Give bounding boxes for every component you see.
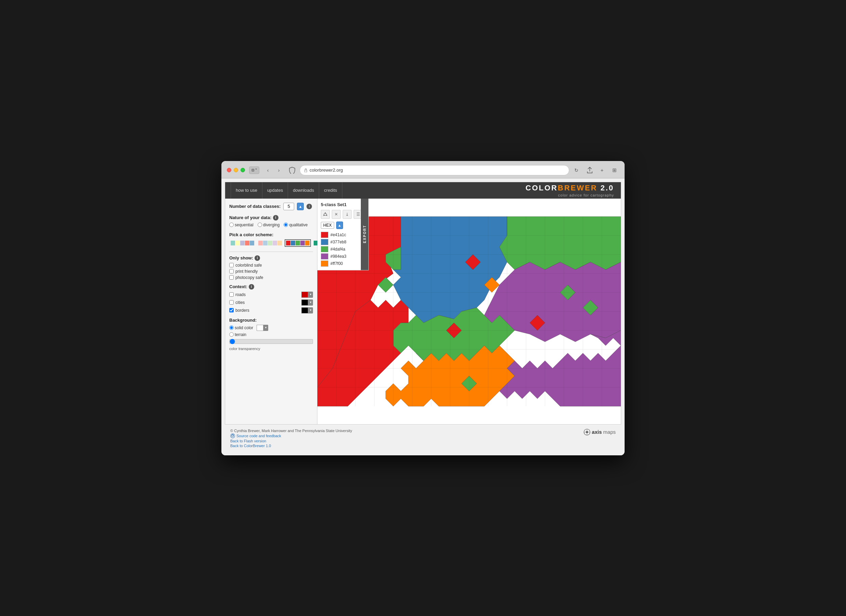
color-entry-5: #ff7f00 xyxy=(321,260,365,267)
header-logo: COLORBREWER 2.0 color advice for cartogr… xyxy=(526,184,621,197)
classes-stepper[interactable]: ▲ xyxy=(297,203,304,210)
nav-updates[interactable]: updates xyxy=(262,182,288,198)
checkbox-print-friendly-label: print friendly xyxy=(235,269,258,274)
background-solid-row: solid color ▼ xyxy=(229,325,313,331)
classes-input[interactable] xyxy=(283,203,294,210)
hex-row: HEX ▲ xyxy=(321,222,365,229)
export-panel: 5-class Set1 ✕ ⤓ ☰ HEX ▲ xyxy=(317,198,369,271)
context-cities-row: cities ▼ xyxy=(229,300,313,306)
logo-subtitle: color advice for cartography xyxy=(526,193,614,197)
nature-section: Nature of your data: i sequential diverg… xyxy=(229,215,313,227)
radio-qualitative-input[interactable] xyxy=(283,222,288,227)
cities-color-swatch[interactable] xyxy=(301,300,308,306)
context-roads-checkbox[interactable] xyxy=(229,292,234,297)
back-button[interactable]: ‹ xyxy=(263,166,272,175)
radio-sequential-input[interactable] xyxy=(229,222,234,227)
only-show-header: Only show: i xyxy=(229,255,313,261)
source-code-label: Source code and feedback xyxy=(236,434,281,438)
color-box-4[interactable] xyxy=(321,253,328,259)
nav-downloads[interactable]: downloads xyxy=(288,182,319,198)
color-box-3[interactable] xyxy=(321,246,328,252)
radio-diverging[interactable]: diverging xyxy=(258,222,280,227)
bg-terrain-radio[interactable] xyxy=(229,332,234,337)
export-icon-download[interactable]: ⤓ xyxy=(343,210,352,219)
context-cities-checkbox[interactable] xyxy=(229,300,234,304)
classes-info-icon[interactable]: i xyxy=(307,204,312,209)
hex-button[interactable]: HEX xyxy=(321,222,334,229)
checkbox-photocopy[interactable]: photocopy safe xyxy=(229,275,313,280)
borders-dropdown[interactable]: ▼ xyxy=(308,307,313,313)
cities-dropdown[interactable]: ▼ xyxy=(308,300,313,306)
app-body: Number of data classes: ▲ i Nature of yo… xyxy=(225,198,621,424)
bg-solid-radio-label[interactable]: solid color xyxy=(229,325,253,330)
browser-nav-controls: ‹ › xyxy=(263,166,283,175)
nature-info-icon[interactable]: i xyxy=(273,215,279,221)
checkbox-photocopy-input[interactable] xyxy=(229,275,234,279)
footer-colorbrewer1-link[interactable]: Back to ColorBrewer 1.0 xyxy=(230,444,352,448)
radio-diverging-input[interactable] xyxy=(258,222,262,227)
background-header: Background: xyxy=(229,318,313,323)
maximize-button[interactable] xyxy=(241,168,245,172)
checkbox-print-friendly[interactable]: print friendly xyxy=(229,269,313,274)
color-swatches-container xyxy=(229,239,313,247)
only-show-section: Only show: i colorblind safe print frien… xyxy=(229,255,313,280)
roads-dropdown[interactable]: ▼ xyxy=(308,292,313,298)
context-info-icon[interactable]: i xyxy=(249,284,254,290)
context-borders-label: borders xyxy=(235,308,300,313)
map-region-green-ne xyxy=(499,216,621,269)
tab-icon[interactable]: ⊡ ˅ xyxy=(249,166,259,174)
color-box-2[interactable] xyxy=(321,239,328,245)
format-stepper[interactable]: ▲ xyxy=(336,222,343,229)
checkbox-colorblind[interactable]: colorblind safe xyxy=(229,263,313,268)
footer-source-code-link[interactable]: Source code and feedback xyxy=(230,434,352,438)
color-entry-4: #984ea3 xyxy=(321,253,365,259)
color-box-1[interactable] xyxy=(321,232,328,238)
app-header: how to use updates downloads credits COL… xyxy=(225,182,621,198)
borders-color-swatch[interactable] xyxy=(301,307,308,313)
export-vertical-label[interactable]: EXPORT xyxy=(361,198,368,270)
export-icon-recycle[interactable] xyxy=(321,210,330,219)
context-borders-checkbox[interactable] xyxy=(229,308,234,312)
swatch-group-1[interactable] xyxy=(229,239,256,247)
bg-terrain-radio-label[interactable]: terrain xyxy=(229,332,313,337)
swatch-group-2[interactable] xyxy=(257,239,283,247)
bg-dropdown[interactable]: ▼ xyxy=(263,325,268,331)
color-scheme-section: Pick a color scheme: xyxy=(229,232,313,247)
checkbox-print-friendly-input[interactable] xyxy=(229,269,234,273)
color-box-5[interactable] xyxy=(321,260,328,267)
tabs-button[interactable]: ⊞ xyxy=(610,165,619,175)
minimize-button[interactable] xyxy=(234,168,238,172)
export-icon-x[interactable]: ✕ xyxy=(332,210,341,219)
transparency-slider[interactable] xyxy=(229,339,313,344)
app-frame: how to use updates downloads credits COL… xyxy=(225,182,621,425)
new-tab-button[interactable]: + xyxy=(597,165,607,175)
context-label: Context: xyxy=(229,284,247,289)
background-terrain-row: terrain xyxy=(229,332,313,337)
forward-button[interactable]: › xyxy=(275,166,283,175)
left-panel: Number of data classes: ▲ i Nature of yo… xyxy=(225,198,317,424)
github-icon xyxy=(230,434,235,438)
swatch-group-3-set1[interactable] xyxy=(285,239,311,247)
checkbox-colorblind-input[interactable] xyxy=(229,263,234,267)
background-label: Background: xyxy=(229,318,257,323)
bg-solid-radio[interactable] xyxy=(229,325,234,330)
roads-color-swatch[interactable] xyxy=(301,292,308,298)
radio-sequential[interactable]: sequential xyxy=(229,222,254,227)
footer-flash-link[interactable]: Back to Flash version xyxy=(230,439,352,443)
classes-label: Number of data classes: xyxy=(229,204,281,209)
close-button[interactable] xyxy=(227,168,231,172)
browser-chrome: ⊡ ˅ ‹ › colorbrewer2.org ↻ + ⊞ xyxy=(222,161,624,178)
axismaps-icon xyxy=(584,429,590,435)
nav-credits[interactable]: credits xyxy=(319,182,342,198)
data-classes-row: Number of data classes: ▲ i xyxy=(229,203,313,210)
reload-button[interactable]: ↻ xyxy=(572,166,581,175)
radio-qualitative[interactable]: qualitative xyxy=(283,222,307,227)
logo-version: 2.0 xyxy=(600,184,614,192)
address-bar[interactable]: colorbrewer2.org xyxy=(300,165,569,175)
share-button[interactable] xyxy=(585,165,595,175)
bg-color-swatch[interactable] xyxy=(257,325,263,331)
only-show-info-icon[interactable]: i xyxy=(254,255,260,261)
footer-copyright: © Cynthia Brewer, Mark Harrower and The … xyxy=(230,429,352,433)
nav-how-to-use[interactable]: how to use xyxy=(231,182,262,198)
svg-rect-0 xyxy=(305,170,307,172)
